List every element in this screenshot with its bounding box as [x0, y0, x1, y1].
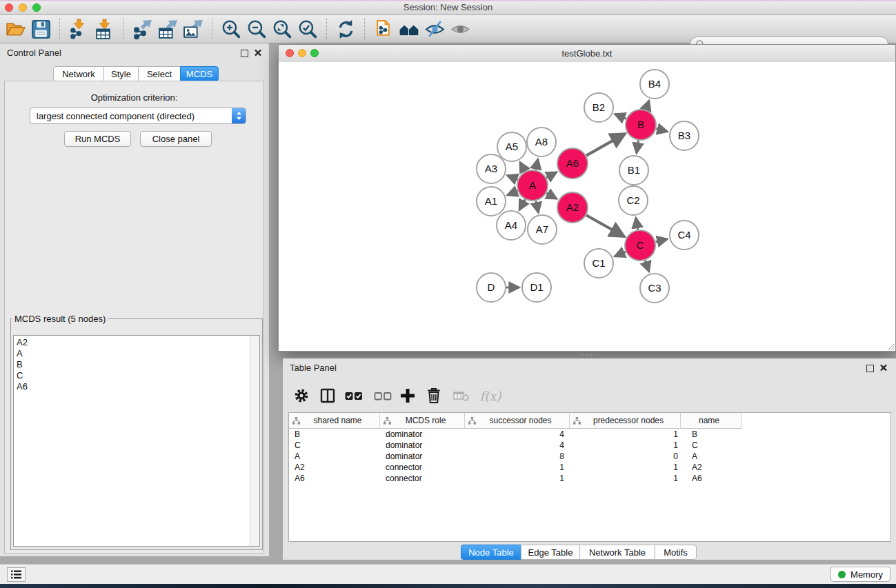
- mcds-result-item[interactable]: A6: [14, 381, 250, 392]
- document-share-icon[interactable]: [372, 17, 395, 41]
- graph-edge-A-A4[interactable]: [519, 199, 525, 210]
- graph-node-B[interactable]: B: [626, 110, 656, 140]
- graph-node-C2[interactable]: C2: [619, 186, 648, 215]
- graph-edge-C-C2[interactable]: [636, 218, 638, 230]
- tab-network-table[interactable]: Network Table: [579, 545, 655, 560]
- tab-select[interactable]: Select: [138, 66, 181, 81]
- graph-edge-B-B3[interactable]: [656, 129, 667, 132]
- graph-node-C[interactable]: C: [625, 230, 655, 261]
- import-network-icon[interactable]: [68, 17, 90, 41]
- export-table-icon[interactable]: [157, 17, 179, 41]
- task-history-button[interactable]: [7, 567, 26, 582]
- graph-node-A1[interactable]: A1: [477, 187, 506, 216]
- network-canvas[interactable]: B4B2BB3A5A8A6B1A3AC2A1A2A4A7C4CC1C3DD1: [279, 62, 895, 351]
- zoom-fit-icon[interactable]: [271, 17, 294, 41]
- tab-edge-table[interactable]: Edge Table: [521, 545, 580, 560]
- graph-node-D1[interactable]: D1: [522, 273, 551, 302]
- float-table-panel-icon[interactable]: [866, 365, 874, 372]
- table-row[interactable]: A6connector11A6: [289, 473, 890, 484]
- graph-node-A3[interactable]: A3: [477, 154, 506, 183]
- run-mcds-button[interactable]: Run MCDS: [64, 131, 131, 147]
- graph-node-C1[interactable]: C1: [584, 249, 613, 278]
- mcds-result-item[interactable]: A: [14, 348, 250, 359]
- graph-node-B1[interactable]: B1: [619, 156, 648, 185]
- graph-edge-A6-B[interactable]: [586, 134, 625, 156]
- graph-node-A4[interactable]: A4: [497, 211, 526, 240]
- save-floppy-icon[interactable]: [30, 17, 52, 41]
- memory-button[interactable]: Memory: [830, 567, 890, 582]
- graph-node-A[interactable]: A: [517, 170, 548, 201]
- list-scrollbar[interactable]: [250, 336, 259, 546]
- graph-edge-A-A8[interactable]: [536, 159, 538, 170]
- mcds-result-item[interactable]: A2: [14, 337, 250, 348]
- graph-node-C4[interactable]: C4: [670, 221, 699, 250]
- graph-node-A8[interactable]: A8: [527, 128, 556, 156]
- zoom-in-icon[interactable]: [220, 17, 243, 41]
- refresh-icon[interactable]: [335, 17, 357, 41]
- graph-edge-C-C4[interactable]: [655, 239, 667, 242]
- resize-grip-icon[interactable]: [886, 342, 895, 350]
- mcds-result-list[interactable]: A2ABCA6: [13, 335, 260, 547]
- column-header-MCDS-role[interactable]: MCDS role: [380, 413, 465, 428]
- optimization-dropdown[interactable]: largest connected component (directed): [30, 108, 246, 124]
- import-table-icon[interactable]: [93, 17, 116, 41]
- export-network-icon[interactable]: [131, 17, 154, 41]
- graph-edge-A-A3[interactable]: [507, 175, 517, 179]
- tab-node-table[interactable]: Node Table: [461, 545, 521, 560]
- close-panel-icon[interactable]: [254, 48, 262, 57]
- add-plus-icon[interactable]: [397, 385, 418, 406]
- houses-icon[interactable]: [398, 17, 421, 41]
- graph-edge-A2-C[interactable]: [586, 215, 624, 236]
- mcds-result-item[interactable]: B: [14, 359, 250, 370]
- open-folder-icon[interactable]: [4, 17, 27, 41]
- select-all-checks-icon[interactable]: [344, 385, 364, 406]
- tab-network[interactable]: Network: [53, 66, 104, 81]
- network-graph[interactable]: B4B2BB3A5A8A6B1A3AC2A1A2A4A7C4CC1C3DD1: [279, 62, 895, 351]
- graph-edge-A-A1[interactable]: [507, 191, 517, 195]
- tab-mcds[interactable]: MCDS: [180, 66, 219, 81]
- table-row[interactable]: Cdominator41C: [289, 440, 890, 451]
- export-image-icon[interactable]: [182, 17, 205, 41]
- column-header-name[interactable]: name: [681, 413, 742, 428]
- gear-icon[interactable]: [291, 385, 312, 406]
- column-header-predecessor-nodes[interactable]: predecessor nodes: [570, 413, 681, 428]
- close-table-panel-icon[interactable]: [879, 363, 888, 372]
- graph-edge-B-B4[interactable]: [646, 101, 649, 110]
- graph-node-D[interactable]: D: [477, 273, 506, 302]
- graph-edge-A-A5[interactable]: [520, 162, 525, 172]
- graph-edge-C-C1[interactable]: [615, 252, 626, 256]
- columns-icon[interactable]: [317, 385, 338, 406]
- mcds-result-item[interactable]: C: [14, 370, 250, 381]
- graph-node-A7[interactable]: A7: [528, 215, 557, 244]
- zoom-selected-icon[interactable]: [297, 17, 319, 41]
- graph-node-A2[interactable]: A2: [557, 192, 588, 223]
- table-row[interactable]: A2connector11A2: [289, 462, 890, 473]
- splitter-handle[interactable]: [581, 354, 593, 356]
- tab-motifs[interactable]: Motifs: [655, 545, 697, 560]
- table-row[interactable]: Adominator80A: [289, 451, 890, 462]
- eye-icon[interactable]: [449, 17, 472, 41]
- column-header-successor-nodes[interactable]: successor nodes: [465, 413, 570, 428]
- graph-node-A6[interactable]: A6: [557, 148, 588, 179]
- zoom-out-icon[interactable]: [246, 17, 268, 41]
- graph-edge-C-C3[interactable]: [645, 261, 649, 272]
- tab-style[interactable]: Style: [103, 66, 139, 81]
- graph-edge-A-A2[interactable]: [546, 193, 557, 199]
- graph-edge-A-A6[interactable]: [546, 172, 557, 178]
- graph-node-B3[interactable]: B3: [670, 121, 699, 150]
- table-row[interactable]: Bdominator41B: [289, 429, 890, 440]
- graph-edge-B-B2[interactable]: [615, 114, 626, 119]
- graph-node-B2[interactable]: B2: [584, 93, 613, 122]
- close-panel-button[interactable]: Close panel: [140, 131, 212, 147]
- graph-node-B4[interactable]: B4: [640, 70, 669, 99]
- desktop-background: [0, 584, 896, 588]
- eye-slash-icon[interactable]: [424, 17, 446, 41]
- graph-node-A5[interactable]: A5: [497, 132, 526, 161]
- graph-edge-B-B1[interactable]: [637, 141, 639, 154]
- float-panel-icon[interactable]: [241, 50, 248, 57]
- graph-node-C3[interactable]: C3: [640, 274, 669, 303]
- column-header-shared-name[interactable]: shared name: [289, 413, 380, 428]
- deselect-all-boxes-icon[interactable]: [372, 385, 393, 406]
- trash-icon[interactable]: [424, 385, 444, 406]
- graph-edge-A-A7[interactable]: [536, 201, 539, 212]
